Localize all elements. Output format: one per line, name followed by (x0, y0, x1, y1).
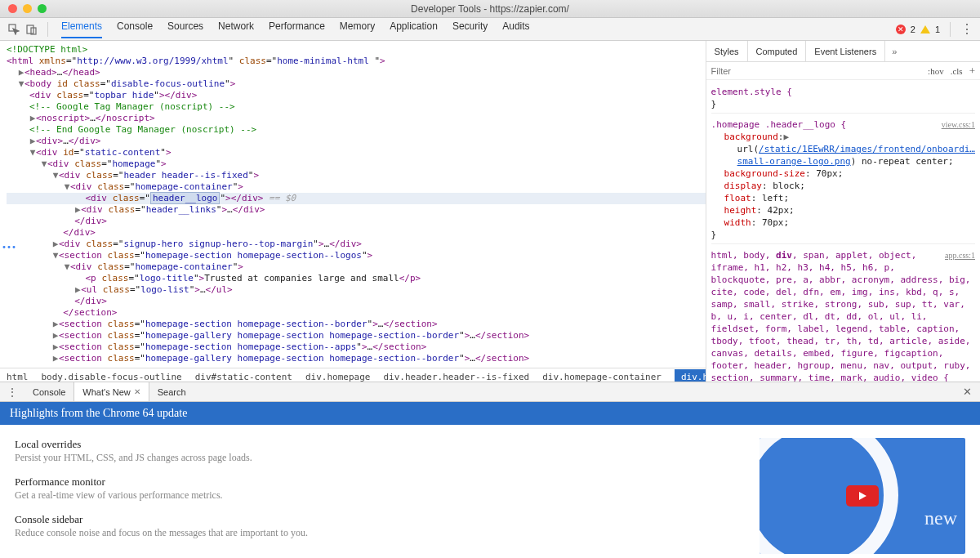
dom-node[interactable]: <p class="logo-title">Trusted at compani… (7, 273, 706, 284)
styles-body[interactable]: element.style { } view.css:1.homepage .h… (706, 80, 980, 382)
cls-toggle[interactable]: .cls (951, 66, 963, 76)
close-drawer-icon[interactable]: ✕ (955, 386, 980, 398)
dom-node[interactable]: ▶<section class="homepage-gallery homepa… (7, 353, 706, 364)
tab-audits[interactable]: Audits (502, 20, 529, 38)
gutter-marker-icon: ••• (2, 242, 16, 253)
window-title: Developer Tools - https://zapier.com/ (0, 3, 980, 15)
whatsnew-body: Local overrides Persist your HTML, CSS, … (0, 425, 980, 558)
breadcrumb-item[interactable]: div#static-content (195, 372, 292, 382)
tab-security[interactable]: Security (452, 20, 488, 38)
dom-node-selected[interactable]: <div class="header__logo"></div> == $0 (7, 193, 706, 204)
breadcrumb-item[interactable]: body.disable-focus-outline (42, 372, 182, 382)
whatsnew-item[interactable]: Performance monitor Get a real-time view… (15, 475, 727, 502)
tab-network[interactable]: Network (218, 20, 254, 38)
dom-node[interactable]: ▶<section class="homepage-section homepa… (7, 319, 706, 330)
whatsnew-video[interactable]: new (760, 438, 965, 554)
filter-input[interactable] (711, 66, 777, 76)
whatsnew-item-title: Console sidebar (15, 513, 727, 526)
tab-computed[interactable]: Computed (748, 41, 807, 61)
dom-comment[interactable]: <!-- Google Tag Manager (noscript) --> (7, 101, 706, 113)
window-titlebar: Developer Tools - https://zapier.com/ (0, 0, 980, 18)
source-link[interactable]: app.css:1 (945, 249, 975, 261)
main-tabs: Elements Console Sources Network Perform… (61, 20, 530, 38)
svg-rect-1 (27, 25, 33, 33)
tab-memory[interactable]: Memory (340, 20, 375, 38)
breadcrumb-item[interactable]: html (7, 372, 29, 382)
whatsnew-item[interactable]: Local overrides Persist your HTML, CSS, … (15, 438, 727, 464)
toolbar-separator (47, 22, 48, 37)
drawer-menu-icon[interactable]: ⋮ (0, 386, 24, 399)
dom-node[interactable]: </div> (7, 296, 706, 307)
dom-node[interactable]: ▶<div class="header__links">…</div> (7, 204, 706, 216)
whatsnew-item[interactable]: Console sidebar Reduce console noise and… (15, 513, 727, 539)
dom-node[interactable]: ▶<ul class="logo-list">…</ul> (7, 284, 706, 296)
dom-node[interactable]: <!DOCTYPE html> (7, 44, 706, 56)
breadcrumb-item-active[interactable]: div.header__logo (675, 369, 706, 382)
drawer-tabs: ⋮ Console What's New✕ Search ✕ (0, 382, 980, 402)
styles-filter-row: :hov .cls + (706, 62, 980, 80)
dom-node[interactable]: ▶<noscript>…</noscript> (7, 113, 706, 124)
drawer-tab-whatsnew[interactable]: What's New✕ (74, 382, 149, 401)
toolbar-separator (950, 22, 951, 37)
dom-node[interactable]: ▼<div class="homepage-container"> (7, 261, 706, 273)
breadcrumb-item[interactable]: div.header.header--is-fixed (383, 372, 529, 382)
warning-count[interactable]: 1 (935, 25, 940, 34)
dom-node[interactable]: ▼<div class="homepage"> (7, 158, 706, 170)
kebab-menu-icon[interactable]: ⋮ (960, 21, 973, 37)
dom-node[interactable]: </div> (7, 227, 706, 239)
devtools-toolbar: Elements Console Sources Network Perform… (0, 18, 980, 41)
new-rule-icon[interactable]: + (969, 65, 975, 78)
toolbar-right: ✕ 2 1 ⋮ (896, 21, 973, 37)
inspect-icon[interactable] (7, 22, 21, 37)
tab-styles[interactable]: Styles (706, 41, 748, 61)
breadcrumb-item[interactable]: div.homepage-container (542, 372, 662, 382)
tab-application[interactable]: Application (390, 20, 438, 38)
elements-tree[interactable]: ••• <!DOCTYPE html> <html xmlns="http://… (0, 41, 706, 382)
drawer-tab-search[interactable]: Search (149, 382, 194, 401)
dom-node[interactable]: <html xmlns="http://www.w3.org/1999/xhtm… (7, 56, 706, 67)
whatsnew-item-desc: Reduce console noise and focus on the me… (15, 527, 727, 539)
whatsnew-banner: Highlights from the Chrome 64 update (0, 402, 980, 425)
dom-node[interactable]: ▶<div>…</div> (7, 136, 706, 147)
styles-panel: Styles Computed Event Listeners » :hov .… (706, 41, 980, 382)
promo-label: new (924, 507, 957, 529)
drawer-tab-console[interactable]: Console (24, 382, 74, 401)
dom-comment[interactable]: <!-- End Google Tag Manager (noscript) -… (7, 124, 706, 136)
tab-performance[interactable]: Performance (269, 20, 325, 38)
source-link[interactable]: view.css:1 (942, 118, 975, 131)
dom-node[interactable]: ▼<div id="static-content"> (7, 147, 706, 158)
warning-icon[interactable] (920, 25, 930, 33)
error-count[interactable]: 2 (911, 25, 915, 34)
whatsnew-item-desc: Persist your HTML, CSS, and JS changes a… (15, 452, 727, 464)
dom-node[interactable]: ▼<div class="header header--is-fixed"> (7, 170, 706, 181)
whatsnew-item-desc: Get a real-time view of various performa… (15, 489, 727, 502)
tab-sources[interactable]: Sources (167, 20, 203, 38)
drawer: ⋮ Console What's New✕ Search ✕ Highlight… (0, 382, 980, 558)
hov-toggle[interactable]: :hov (928, 66, 944, 76)
tab-event-listeners[interactable]: Event Listeners (806, 41, 885, 61)
tab-console[interactable]: Console (117, 20, 153, 38)
dom-node[interactable]: ▼<div class="homepage-container"> (7, 181, 706, 193)
dom-node[interactable]: ▼<section class="homepage-section homepa… (7, 250, 706, 261)
dom-node[interactable]: ▶<section class="homepage-gallery homepa… (7, 330, 706, 341)
dom-node[interactable]: </section> (7, 307, 706, 319)
breadcrumb: html body.disable-focus-outline div#stat… (0, 368, 706, 382)
more-tabs-icon[interactable]: » (892, 47, 897, 56)
tab-elements[interactable]: Elements (61, 20, 102, 38)
breadcrumb-item[interactable]: div.homepage (305, 372, 370, 382)
whatsnew-item-title: Local overrides (15, 438, 727, 451)
play-icon[interactable] (846, 485, 879, 507)
dom-node[interactable]: ▼<body id class="disable-focus-outline"> (7, 78, 706, 90)
dom-node[interactable]: ▶<head>…</head> (7, 67, 706, 78)
error-icon[interactable]: ✕ (896, 25, 906, 34)
dom-node[interactable]: </div> (7, 216, 706, 227)
sidebar-tabs: Styles Computed Event Listeners » (706, 41, 980, 62)
close-tab-icon[interactable]: ✕ (134, 387, 140, 396)
device-toggle-icon[interactable] (24, 22, 39, 37)
whatsnew-item-title: Performance monitor (15, 475, 727, 489)
dom-node[interactable]: ▶<div class="signup-hero signup-hero--to… (7, 239, 706, 250)
dom-node[interactable]: ▶<section class="homepage-section homepa… (7, 341, 706, 353)
dom-node[interactable]: <div class="topbar hide"></div> (7, 90, 706, 101)
